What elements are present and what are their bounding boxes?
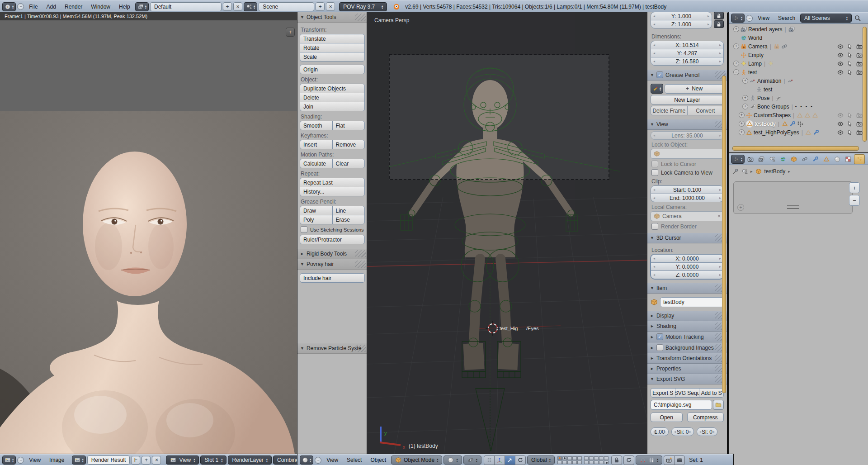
viewport-select-menu[interactable]: Select	[343, 456, 365, 464]
image-display-mode-dropdown[interactable]: View	[166, 456, 199, 465]
layer-cell[interactable]	[604, 456, 609, 460]
tab-constraints[interactable]	[800, 155, 810, 164]
viewport-canvas[interactable]: test_Hig /Eyes Camera Persp (1) testBody…	[367, 12, 647, 454]
selectable-toggle-icon[interactable]	[847, 61, 853, 67]
expand-toggle[interactable]: +	[733, 61, 739, 66]
add-scene-button[interactable]: +	[316, 2, 325, 11]
gp-draw-mode-dropdown[interactable]	[651, 84, 663, 94]
lock-camera-to-view-checkbox[interactable]	[651, 169, 658, 176]
panel-header-item[interactable]: ▼Item	[647, 283, 727, 294]
selectable-toggle-icon[interactable]	[847, 121, 853, 127]
proportional-edit-toggle[interactable]	[623, 456, 634, 465]
expand-toggle[interactable]: +	[742, 104, 748, 109]
collapse-menus-icon[interactable]	[746, 15, 753, 22]
export-svg-button[interactable]: Export S	[651, 388, 675, 398]
image-editor-area[interactable]: Frame:1 | Time:00:08.93 | Mem:54.56M (11…	[0, 12, 297, 454]
layer-cell[interactable]	[604, 460, 609, 464]
cursor-z-field[interactable]: Z: 0.0000	[651, 270, 724, 279]
add-layout-button[interactable]: +	[223, 2, 232, 11]
origin-button[interactable]: Origin	[300, 65, 365, 74]
renderable-toggle-icon[interactable]	[856, 61, 863, 67]
outliner-row-test-armature[interactable]: − test	[729, 68, 868, 76]
expand-toggle[interactable]: +	[739, 129, 745, 135]
dimension-y-field[interactable]: Y: 4.287	[651, 49, 724, 57]
panel-header-remove-particle-system[interactable]: ▼Remove Particle Syste	[297, 343, 367, 354]
mode-dropdown[interactable]: Object Mode	[391, 456, 442, 465]
outliner-horizontal-scrollbar[interactable]	[732, 146, 859, 151]
use-sketching-sessions-checkbox[interactable]	[301, 226, 307, 233]
cursor-x-field[interactable]: X: 0.0000	[651, 254, 724, 263]
menu-add[interactable]: Add	[43, 3, 60, 11]
render-opengl-animation-button[interactable]	[674, 456, 685, 465]
layer-cell[interactable]	[584, 456, 589, 460]
scene-name-field[interactable]: Scene	[259, 2, 314, 11]
panel-header-shading[interactable]: ►Shading	[647, 321, 727, 332]
search-icon[interactable]	[854, 14, 861, 22]
outliner-row-customshapes[interactable]: + CustomShapes|	[729, 111, 868, 119]
selectable-toggle-icon[interactable]	[847, 129, 853, 136]
tab-texture[interactable]	[843, 155, 853, 164]
duplicate-objects-button[interactable]: Duplicate Objects	[300, 84, 365, 93]
outliner-row-animation[interactable]: + Animation|	[729, 76, 868, 85]
calculate-paths-button[interactable]: Calculate	[300, 159, 333, 168]
list-resize-grip[interactable]	[787, 205, 799, 209]
layout-name-field[interactable]: Default	[150, 2, 222, 11]
svg-slider-field[interactable]: Sli: 0	[671, 427, 694, 436]
tab-material[interactable]	[832, 155, 842, 164]
outliner-row-lamp[interactable]: + Lamp|	[729, 59, 868, 68]
gp-line-button[interactable]: Line	[332, 206, 365, 215]
editor-type-properties[interactable]	[731, 155, 745, 164]
layers-widget[interactable]	[557, 456, 609, 464]
properties-editor[interactable]: ▸ testBody ▸ + + −	[729, 153, 868, 465]
selectable-toggle-icon[interactable]	[847, 52, 853, 58]
outliner-row-renderlayers[interactable]: + RenderLayers|	[729, 25, 868, 33]
cursor-y-field[interactable]: Y: 0.0000	[651, 262, 724, 271]
editor-type-outliner[interactable]	[731, 14, 745, 23]
manipulator-handle-icon[interactable]	[484, 456, 495, 465]
panel-header-background-images[interactable]: ►Background Images	[647, 342, 727, 353]
local-camera-field[interactable]: Camera×	[651, 211, 724, 221]
expand-toggle[interactable]: +	[733, 43, 739, 49]
add-particle-system-button[interactable]: +	[849, 182, 860, 193]
expand-toggle[interactable]: +	[742, 95, 748, 101]
panel-header-rigid-body-tools[interactable]: ►Rigid Body Tools	[297, 249, 367, 259]
selectable-toggle-icon[interactable]	[847, 112, 853, 119]
layer-cell[interactable]	[594, 456, 599, 460]
join-button[interactable]: Join	[300, 102, 365, 111]
tab-modifiers[interactable]	[811, 155, 821, 164]
pivot-point-dropdown[interactable]	[463, 456, 481, 465]
add-list-item-icon[interactable]: +	[737, 204, 744, 211]
gp-new-layer-button[interactable]: New Layer	[651, 95, 724, 104]
renderable-toggle-icon[interactable]	[856, 121, 863, 127]
hide-toggle-eye-icon[interactable]	[837, 121, 844, 127]
manipulator-axis-toggle[interactable]	[494, 456, 505, 465]
viewport-view-menu[interactable]: View	[323, 456, 342, 464]
snap-dropdown[interactable]	[636, 456, 662, 465]
render-layer-dropdown[interactable]: RenderLayer	[228, 456, 272, 465]
compress-svg-button[interactable]: Compress	[687, 413, 724, 422]
repeat-last-button[interactable]: Repeat Last	[300, 178, 365, 187]
panel-header-3d-cursor[interactable]: ▼3D Cursor	[647, 233, 727, 243]
renderable-toggle-icon[interactable]	[856, 112, 863, 119]
fake-user-button[interactable]: F	[131, 456, 140, 465]
unlink-image-button[interactable]: ×	[152, 456, 161, 465]
gp-erase-button[interactable]: Erase	[332, 215, 365, 224]
translate-button[interactable]: Translate	[300, 34, 365, 43]
gp-delete-frame-button[interactable]: Delete Frame	[651, 106, 688, 115]
layer-cell[interactable]	[599, 460, 604, 464]
collapse-toggle[interactable]: −	[733, 69, 739, 75]
outliner-row-test-highpolyeyes[interactable]: + test_HighPolyEyes|	[729, 128, 868, 137]
render-border-checkbox[interactable]	[651, 223, 658, 230]
collapse-menus-icon[interactable]	[315, 457, 321, 464]
collapse-menus-icon[interactable]	[17, 457, 24, 464]
menu-window[interactable]: Window	[87, 3, 114, 11]
svg-path-field[interactable]: C:\tmp\algo.svg	[651, 400, 712, 410]
viewport-3d[interactable]: test_Hig /Eyes Camera Persp (1) testBody…	[367, 12, 647, 454]
scale-y-field[interactable]: Y: 1.000	[651, 12, 712, 20]
properties-n-panel[interactable]: Y: 1.000 Z: 1.000 Dimensions: X: 10.514 …	[647, 12, 727, 454]
expand-toggle[interactable]: +	[733, 26, 739, 32]
ruler-protractor-button[interactable]: Ruler/Protractor	[300, 235, 365, 244]
layer-cell[interactable]	[557, 456, 562, 460]
selectable-toggle-icon[interactable]	[847, 69, 853, 76]
delete-button[interactable]: Delete	[300, 93, 365, 102]
